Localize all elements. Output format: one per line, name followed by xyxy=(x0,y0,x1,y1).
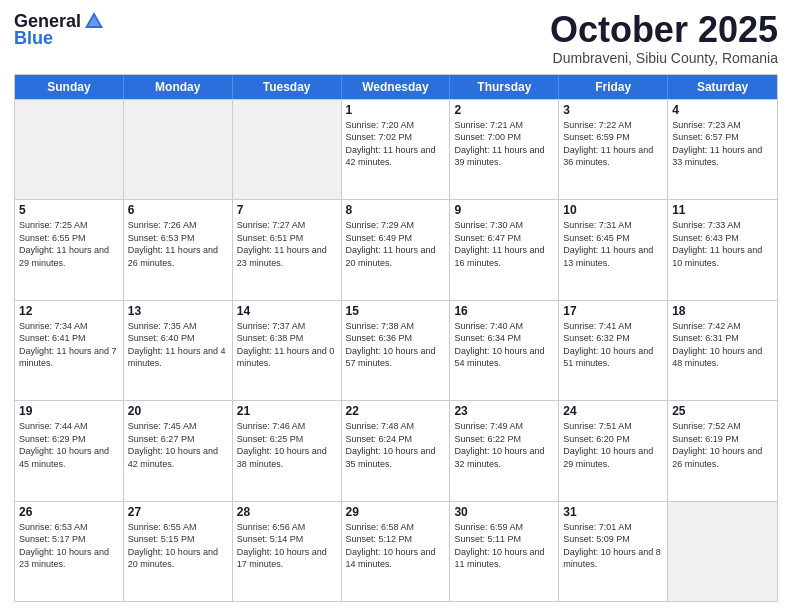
calendar-cell: 24Sunrise: 7:51 AM Sunset: 6:20 PM Dayli… xyxy=(559,401,668,500)
calendar-cell: 2Sunrise: 7:21 AM Sunset: 7:00 PM Daylig… xyxy=(450,100,559,199)
calendar-cell: 8Sunrise: 7:29 AM Sunset: 6:49 PM Daylig… xyxy=(342,200,451,299)
day-info: Sunrise: 6:59 AM Sunset: 5:11 PM Dayligh… xyxy=(454,521,554,571)
day-number: 28 xyxy=(237,505,337,519)
day-info: Sunrise: 6:58 AM Sunset: 5:12 PM Dayligh… xyxy=(346,521,446,571)
day-info: Sunrise: 7:34 AM Sunset: 6:41 PM Dayligh… xyxy=(19,320,119,370)
day-number: 3 xyxy=(563,103,663,117)
day-number: 4 xyxy=(672,103,773,117)
calendar-cell: 30Sunrise: 6:59 AM Sunset: 5:11 PM Dayli… xyxy=(450,502,559,601)
day-info: Sunrise: 7:26 AM Sunset: 6:53 PM Dayligh… xyxy=(128,219,228,269)
day-info: Sunrise: 7:40 AM Sunset: 6:34 PM Dayligh… xyxy=(454,320,554,370)
header-day-sunday: Sunday xyxy=(15,75,124,99)
day-info: Sunrise: 7:27 AM Sunset: 6:51 PM Dayligh… xyxy=(237,219,337,269)
calendar-cell: 16Sunrise: 7:40 AM Sunset: 6:34 PM Dayli… xyxy=(450,301,559,400)
calendar-cell: 27Sunrise: 6:55 AM Sunset: 5:15 PM Dayli… xyxy=(124,502,233,601)
calendar-cell: 1Sunrise: 7:20 AM Sunset: 7:02 PM Daylig… xyxy=(342,100,451,199)
day-info: Sunrise: 6:53 AM Sunset: 5:17 PM Dayligh… xyxy=(19,521,119,571)
calendar-cell: 22Sunrise: 7:48 AM Sunset: 6:24 PM Dayli… xyxy=(342,401,451,500)
calendar-cell: 9Sunrise: 7:30 AM Sunset: 6:47 PM Daylig… xyxy=(450,200,559,299)
calendar-cell: 31Sunrise: 7:01 AM Sunset: 5:09 PM Dayli… xyxy=(559,502,668,601)
header-day-friday: Friday xyxy=(559,75,668,99)
calendar-cell: 3Sunrise: 7:22 AM Sunset: 6:59 PM Daylig… xyxy=(559,100,668,199)
logo-blue: Blue xyxy=(14,28,53,49)
day-info: Sunrise: 7:23 AM Sunset: 6:57 PM Dayligh… xyxy=(672,119,773,169)
calendar-cell: 28Sunrise: 6:56 AM Sunset: 5:14 PM Dayli… xyxy=(233,502,342,601)
day-number: 10 xyxy=(563,203,663,217)
calendar-cell: 14Sunrise: 7:37 AM Sunset: 6:38 PM Dayli… xyxy=(233,301,342,400)
day-info: Sunrise: 6:56 AM Sunset: 5:14 PM Dayligh… xyxy=(237,521,337,571)
calendar-cell: 20Sunrise: 7:45 AM Sunset: 6:27 PM Dayli… xyxy=(124,401,233,500)
day-info: Sunrise: 7:21 AM Sunset: 7:00 PM Dayligh… xyxy=(454,119,554,169)
day-number: 18 xyxy=(672,304,773,318)
calendar-cell xyxy=(124,100,233,199)
month-title: October 2025 xyxy=(550,10,778,50)
day-number: 5 xyxy=(19,203,119,217)
subtitle: Dumbraveni, Sibiu County, Romania xyxy=(550,50,778,66)
calendar-cell: 6Sunrise: 7:26 AM Sunset: 6:53 PM Daylig… xyxy=(124,200,233,299)
calendar-week-4: 19Sunrise: 7:44 AM Sunset: 6:29 PM Dayli… xyxy=(15,400,777,500)
header: General Blue October 2025 Dumbraveni, Si… xyxy=(14,10,778,66)
calendar-cell: 5Sunrise: 7:25 AM Sunset: 6:55 PM Daylig… xyxy=(15,200,124,299)
day-number: 21 xyxy=(237,404,337,418)
day-number: 17 xyxy=(563,304,663,318)
day-number: 29 xyxy=(346,505,446,519)
day-info: Sunrise: 7:20 AM Sunset: 7:02 PM Dayligh… xyxy=(346,119,446,169)
calendar-cell: 11Sunrise: 7:33 AM Sunset: 6:43 PM Dayli… xyxy=(668,200,777,299)
calendar-header-row: SundayMondayTuesdayWednesdayThursdayFrid… xyxy=(15,75,777,99)
calendar-cell: 23Sunrise: 7:49 AM Sunset: 6:22 PM Dayli… xyxy=(450,401,559,500)
day-info: Sunrise: 7:42 AM Sunset: 6:31 PM Dayligh… xyxy=(672,320,773,370)
day-number: 25 xyxy=(672,404,773,418)
day-number: 1 xyxy=(346,103,446,117)
logo-area: General Blue xyxy=(14,10,105,49)
calendar-cell: 29Sunrise: 6:58 AM Sunset: 5:12 PM Dayli… xyxy=(342,502,451,601)
header-day-thursday: Thursday xyxy=(450,75,559,99)
day-number: 27 xyxy=(128,505,228,519)
day-info: Sunrise: 7:37 AM Sunset: 6:38 PM Dayligh… xyxy=(237,320,337,370)
calendar-cell: 25Sunrise: 7:52 AM Sunset: 6:19 PM Dayli… xyxy=(668,401,777,500)
day-number: 7 xyxy=(237,203,337,217)
day-number: 31 xyxy=(563,505,663,519)
calendar-cell: 4Sunrise: 7:23 AM Sunset: 6:57 PM Daylig… xyxy=(668,100,777,199)
day-number: 23 xyxy=(454,404,554,418)
day-number: 26 xyxy=(19,505,119,519)
day-info: Sunrise: 7:48 AM Sunset: 6:24 PM Dayligh… xyxy=(346,420,446,470)
day-number: 8 xyxy=(346,203,446,217)
day-number: 24 xyxy=(563,404,663,418)
day-info: Sunrise: 7:30 AM Sunset: 6:47 PM Dayligh… xyxy=(454,219,554,269)
day-info: Sunrise: 7:38 AM Sunset: 6:36 PM Dayligh… xyxy=(346,320,446,370)
calendar-cell: 17Sunrise: 7:41 AM Sunset: 6:32 PM Dayli… xyxy=(559,301,668,400)
calendar-cell: 13Sunrise: 7:35 AM Sunset: 6:40 PM Dayli… xyxy=(124,301,233,400)
calendar-cell xyxy=(668,502,777,601)
day-info: Sunrise: 7:49 AM Sunset: 6:22 PM Dayligh… xyxy=(454,420,554,470)
day-info: Sunrise: 7:31 AM Sunset: 6:45 PM Dayligh… xyxy=(563,219,663,269)
calendar-cell: 21Sunrise: 7:46 AM Sunset: 6:25 PM Dayli… xyxy=(233,401,342,500)
day-info: Sunrise: 7:35 AM Sunset: 6:40 PM Dayligh… xyxy=(128,320,228,370)
day-info: Sunrise: 7:25 AM Sunset: 6:55 PM Dayligh… xyxy=(19,219,119,269)
calendar-cell: 19Sunrise: 7:44 AM Sunset: 6:29 PM Dayli… xyxy=(15,401,124,500)
day-info: Sunrise: 7:29 AM Sunset: 6:49 PM Dayligh… xyxy=(346,219,446,269)
header-day-monday: Monday xyxy=(124,75,233,99)
day-info: Sunrise: 7:45 AM Sunset: 6:27 PM Dayligh… xyxy=(128,420,228,470)
calendar-cell xyxy=(15,100,124,199)
calendar-body: 1Sunrise: 7:20 AM Sunset: 7:02 PM Daylig… xyxy=(15,99,777,601)
day-number: 15 xyxy=(346,304,446,318)
day-number: 9 xyxy=(454,203,554,217)
title-area: October 2025 Dumbraveni, Sibiu County, R… xyxy=(550,10,778,66)
calendar-week-1: 1Sunrise: 7:20 AM Sunset: 7:02 PM Daylig… xyxy=(15,99,777,199)
day-number: 6 xyxy=(128,203,228,217)
calendar-cell: 10Sunrise: 7:31 AM Sunset: 6:45 PM Dayli… xyxy=(559,200,668,299)
day-info: Sunrise: 7:52 AM Sunset: 6:19 PM Dayligh… xyxy=(672,420,773,470)
calendar: SundayMondayTuesdayWednesdayThursdayFrid… xyxy=(14,74,778,602)
header-day-wednesday: Wednesday xyxy=(342,75,451,99)
day-number: 2 xyxy=(454,103,554,117)
day-number: 16 xyxy=(454,304,554,318)
day-number: 19 xyxy=(19,404,119,418)
day-number: 11 xyxy=(672,203,773,217)
day-info: Sunrise: 7:33 AM Sunset: 6:43 PM Dayligh… xyxy=(672,219,773,269)
day-number: 22 xyxy=(346,404,446,418)
day-info: Sunrise: 7:46 AM Sunset: 6:25 PM Dayligh… xyxy=(237,420,337,470)
calendar-cell: 26Sunrise: 6:53 AM Sunset: 5:17 PM Dayli… xyxy=(15,502,124,601)
day-info: Sunrise: 7:44 AM Sunset: 6:29 PM Dayligh… xyxy=(19,420,119,470)
day-number: 20 xyxy=(128,404,228,418)
day-info: Sunrise: 7:01 AM Sunset: 5:09 PM Dayligh… xyxy=(563,521,663,571)
